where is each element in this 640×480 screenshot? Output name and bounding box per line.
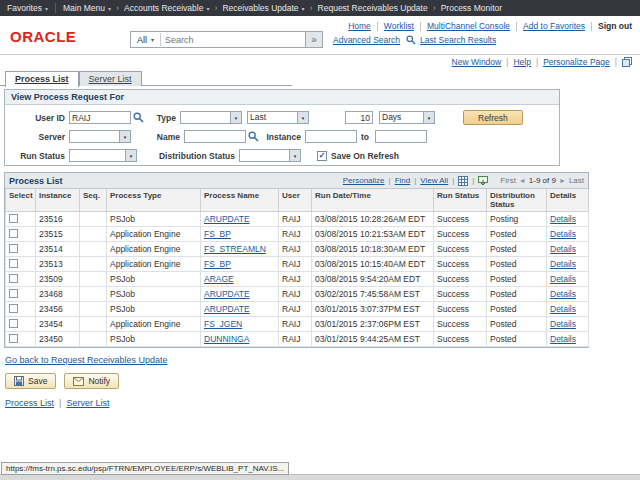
instance-to-input[interactable]	[375, 130, 427, 143]
tab-server-list[interactable]: Server List	[79, 71, 142, 86]
column-header-seq-[interactable]: Seq.	[80, 189, 107, 212]
column-header-process-name[interactable]: Process Name	[201, 189, 279, 212]
row-select-checkbox[interactable]	[9, 244, 18, 253]
notify-icon	[73, 377, 84, 386]
row-select-checkbox[interactable]	[9, 229, 18, 238]
column-header-distribution-status[interactable]: Distribution Status	[487, 189, 547, 212]
cell-process-name[interactable]: ARUPDATE	[204, 214, 250, 224]
next-page-icon[interactable]: ►	[559, 177, 566, 184]
details-link[interactable]: Details	[550, 229, 576, 239]
last-dropdown[interactable]: Last ▾	[247, 111, 309, 124]
separator: |	[472, 176, 474, 185]
status-bar-url: https://fms-trn.ps.sc.edu/psp/FTRN/EMPLO…	[1, 462, 289, 475]
row-select-checkbox[interactable]	[9, 259, 18, 268]
tab-label: Process List	[15, 74, 69, 84]
personalize-link[interactable]: Personalize	[343, 176, 385, 185]
tab-process-list[interactable]: Process List	[5, 71, 79, 87]
cell-run-datetime: 03/01/2015 2:37:06PM EST	[315, 319, 420, 329]
breadcrumb-item-receivables-update[interactable]: Receivables Update ▾	[222, 3, 304, 13]
breadcrumb-item-request-receivables-update[interactable]: Request Receivables Update	[318, 3, 428, 13]
breadcrumb-item-accounts-receivable[interactable]: Accounts Receivable ▾	[124, 3, 209, 13]
days-unit-dropdown[interactable]: Days ▾	[379, 111, 435, 124]
add-to-favorites-link[interactable]: Add to Favorites	[523, 21, 585, 31]
view-all-link[interactable]: View All	[420, 176, 448, 185]
column-header-process-type[interactable]: Process Type	[107, 189, 201, 212]
copy-url-icon[interactable]	[622, 57, 632, 67]
cell-run-status: Success	[437, 289, 469, 299]
column-header-run-status[interactable]: Run Status	[434, 189, 487, 212]
favorites-menu[interactable]: Favorites ▾	[7, 3, 48, 13]
details-link[interactable]: Details	[550, 259, 576, 269]
details-link[interactable]: Details	[550, 304, 576, 314]
new-window-link[interactable]: New Window	[452, 57, 502, 67]
distribution-status-dropdown[interactable]: ▾	[239, 149, 301, 162]
column-header-run-date-time[interactable]: Run Date/Time	[312, 189, 434, 212]
details-link[interactable]: Details	[550, 244, 576, 254]
cell-process-name[interactable]: FS_BP	[204, 229, 231, 239]
process-list-grid: Process List Personalize | Find | View A…	[4, 172, 589, 348]
save-button[interactable]: Save	[5, 373, 56, 389]
user-id-input[interactable]	[69, 111, 131, 124]
personalize-page-link[interactable]: Personalize Page	[543, 57, 610, 67]
cell-process-name[interactable]: ARAGE	[204, 274, 234, 284]
details-link[interactable]: Details	[550, 319, 576, 329]
process-list-bottom-link[interactable]: Process List	[5, 398, 54, 408]
row-select-checkbox[interactable]	[9, 214, 18, 223]
refresh-button[interactable]: Refresh	[463, 110, 523, 125]
row-select-checkbox[interactable]	[9, 319, 18, 328]
caret-down-icon: ▾	[45, 5, 48, 12]
cell-process-name[interactable]: ARUPDATE	[204, 289, 250, 299]
column-header-user[interactable]: User	[279, 189, 312, 212]
row-select-checkbox[interactable]	[9, 274, 18, 283]
details-link[interactable]: Details	[550, 274, 576, 284]
search-input[interactable]	[161, 35, 305, 45]
row-select-checkbox[interactable]	[9, 304, 18, 313]
type-dropdown[interactable]: ▾	[180, 111, 242, 124]
search-scope-dropdown[interactable]: All ▾	[131, 35, 160, 45]
days-count-input[interactable]	[345, 111, 373, 124]
grid-title: Process List	[9, 176, 63, 186]
cell-process-name[interactable]: DUNNINGA	[204, 334, 249, 344]
details-link[interactable]: Details	[550, 214, 576, 224]
server-list-bottom-link[interactable]: Server List	[66, 398, 109, 408]
notify-button[interactable]: Notify	[64, 373, 119, 389]
cell-process-name[interactable]: FS_STREAMLN	[204, 244, 266, 254]
breadcrumb-item-process-monitor[interactable]: Process Monitor	[441, 3, 502, 13]
run-status-dropdown[interactable]: ▾	[69, 149, 137, 162]
instance-from-input[interactable]	[305, 130, 357, 143]
name-input[interactable]	[184, 130, 246, 143]
server-dropdown[interactable]: ▾	[69, 130, 131, 143]
previous-page-icon[interactable]: ◄	[519, 177, 526, 184]
table-row: 23454Application EngineFS_JGENRAIJ03/01/…	[6, 317, 589, 332]
download-icon[interactable]	[478, 176, 488, 186]
worklist-link[interactable]: Worklist	[384, 21, 414, 31]
column-header-details[interactable]: Details	[547, 189, 589, 212]
find-link[interactable]: Find	[395, 176, 411, 185]
days-unit-value: Days	[380, 112, 423, 123]
user-id-lookup-icon[interactable]	[133, 112, 144, 123]
save-on-refresh-checkbox[interactable]: ✓	[317, 151, 327, 161]
help-link[interactable]: Help	[513, 57, 530, 67]
first-page-link[interactable]: First	[500, 176, 516, 185]
advanced-search-link[interactable]: Advanced Search	[333, 35, 400, 45]
row-select-checkbox[interactable]	[9, 334, 18, 343]
cell-process-name[interactable]: FS_JGEN	[204, 319, 242, 329]
main-menu[interactable]: Main Menu ▾	[63, 3, 111, 13]
last-search-results-link[interactable]: Last Search Results	[420, 35, 496, 45]
details-link[interactable]: Details	[550, 289, 576, 299]
name-lookup-icon[interactable]	[248, 131, 259, 142]
cell-process-name[interactable]: ARUPDATE	[204, 304, 250, 314]
multichannel-console-link[interactable]: MultiChannel Console	[427, 21, 510, 31]
row-select-checkbox[interactable]	[9, 289, 18, 298]
cell-process-name[interactable]: FS_BP	[204, 259, 231, 269]
last-page-link[interactable]: Last	[569, 176, 584, 185]
notify-label: Notify	[88, 376, 110, 386]
details-link[interactable]: Details	[550, 334, 576, 344]
column-header-instance[interactable]: Instance	[36, 189, 80, 212]
go-back-link[interactable]: Go back to Request Receivables Update	[5, 355, 168, 365]
sign-out-link[interactable]: Sign out	[598, 21, 632, 31]
column-header-select[interactable]: Select	[6, 189, 36, 212]
search-go-button[interactable]: »	[306, 31, 323, 48]
home-link[interactable]: Home	[348, 21, 371, 31]
zoom-grid-icon[interactable]	[458, 176, 468, 186]
